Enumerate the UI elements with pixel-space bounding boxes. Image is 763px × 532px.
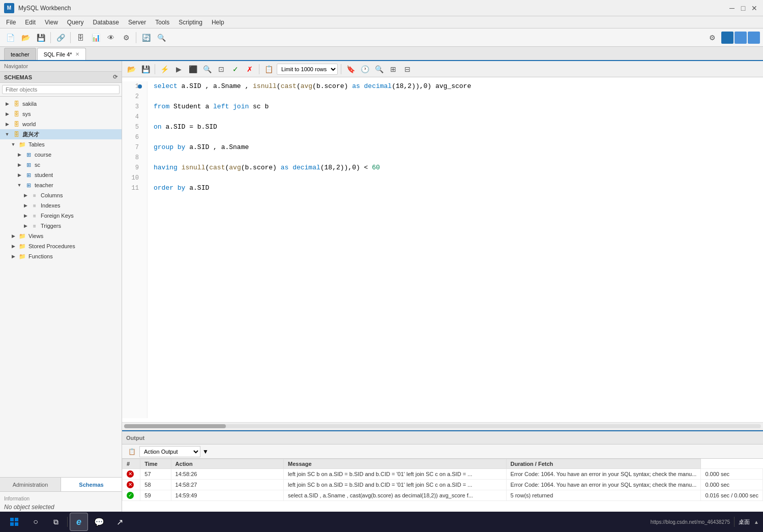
tree-item-stored-procedures[interactable]: ▶ 📁 Stored Procedures (0, 241, 122, 251)
filter-input[interactable] (2, 85, 120, 94)
create-routine-button[interactable]: ⚙ (119, 31, 133, 45)
tree-item-foreign-keys[interactable]: ▶ ≡ Foreign Keys (0, 211, 122, 221)
create-schema-button[interactable]: 🗄 (73, 31, 87, 45)
format-btn[interactable]: ⊞ (387, 63, 399, 75)
menu-view[interactable]: View (41, 18, 62, 27)
bookmark-btn[interactable]: 🔖 (344, 63, 357, 75)
taskbar-edge-button[interactable]: e (70, 513, 88, 531)
search-button[interactable]: 🔍 (154, 31, 168, 45)
minimize-button[interactable]: ─ (727, 4, 737, 13)
menu-help[interactable]: Help (208, 18, 228, 27)
history-btn[interactable]: 🕐 (359, 63, 371, 75)
tree-item-student[interactable]: ▶ ⊞ student (0, 170, 122, 180)
tree-item-columns[interactable]: ▶ ≡ Columns (0, 190, 122, 200)
output-copy-btn[interactable]: 📋 (126, 446, 137, 457)
expand-icon[interactable]: ▼ (4, 131, 10, 137)
refresh-icon[interactable]: ⟳ (113, 74, 118, 80)
explain-btn[interactable]: 🔍 (201, 63, 213, 75)
limit-rows-select[interactable]: Limit to 1000 rows Limit to 10 rows Limi… (277, 64, 338, 75)
stop-btn[interactable]: ⬛ (187, 63, 199, 75)
schemas-header: SCHEMAS ⟳ (0, 72, 122, 83)
menu-database[interactable]: Database (89, 18, 123, 27)
menu-query[interactable]: Query (63, 18, 88, 27)
admin-tab-label: Administration (13, 482, 48, 488)
code-content[interactable]: select a.SID , a.Sname , isnull(cast(avg… (148, 81, 763, 418)
expand-icon[interactable]: ▶ (4, 111, 10, 117)
toggle-btn[interactable]: ⊡ (215, 63, 227, 75)
code-editor[interactable]: 1 2 3 4 5 6 7 8 9 10 11 select a.SID , a… (122, 77, 763, 422)
tree-item-course[interactable]: ▶ ⊞ course (0, 150, 122, 160)
tree-item-indexes[interactable]: ▶ ≡ Indexes (0, 200, 122, 211)
taskbar-wechat-button[interactable]: 💬 (90, 513, 108, 531)
tab-teacher[interactable]: teacher (4, 48, 36, 60)
tree-item-sakila[interactable]: ▶ 🗄 sakila (0, 99, 122, 109)
menu-scripting[interactable]: Scripting (174, 18, 207, 27)
menu-server[interactable]: Server (124, 18, 150, 27)
tree-item-teacher[interactable]: ▼ ⊞ teacher (0, 180, 122, 190)
wechat-icon: 💬 (94, 517, 104, 527)
expand-icon[interactable]: ▼ (16, 182, 22, 188)
new-sql-button[interactable]: 📄 (3, 31, 17, 45)
expand-icon[interactable]: ▶ (10, 233, 16, 239)
tree-item-lixingcai[interactable]: ▼ 🗄 庞兴才 (0, 129, 122, 139)
layout-btn-2[interactable] (735, 32, 747, 44)
run-current-btn[interactable]: ▶ (172, 63, 185, 75)
save-sql-button[interactable]: 💾 (34, 31, 48, 45)
tab-sql-file[interactable]: SQL File 4* ✕ (37, 48, 86, 60)
expand-icon[interactable]: ▶ (22, 202, 28, 209)
code-line-3: from Student a left join sc b (154, 102, 757, 112)
tree-item-tables[interactable]: ▼ 📁 Tables (0, 139, 122, 150)
dropdown-icon[interactable]: ▼ (202, 448, 209, 455)
menu-file[interactable]: File (2, 18, 20, 27)
sidebar-tab-administration[interactable]: Administration (0, 478, 61, 491)
tree-item-triggers[interactable]: ▶ ≡ Triggers (0, 221, 122, 231)
open-sql-button[interactable]: 📂 (18, 31, 33, 45)
menu-edit[interactable]: Edit (21, 18, 40, 27)
sidebar-tab-schemas[interactable]: Schemas (61, 478, 122, 491)
tree-item-sc[interactable]: ▶ ⊞ sc (0, 160, 122, 170)
format2-btn[interactable]: ⊟ (401, 63, 414, 75)
output-row-2: ✕ 58 14:58:27 left join SC b on a.SID = … (123, 480, 763, 490)
run-btn[interactable]: ⚡ (158, 63, 170, 75)
expand-icon[interactable]: ▶ (22, 192, 28, 198)
expand-icon[interactable]: ▶ (16, 162, 22, 168)
close-button[interactable]: ✕ (750, 4, 759, 13)
layout-btn-1[interactable] (721, 32, 733, 44)
find-btn[interactable]: 🔍 (373, 63, 385, 75)
windows-start-button[interactable] (4, 514, 24, 530)
settings-button[interactable]: ⚙ (705, 31, 719, 45)
save-file-btn[interactable]: 💾 (139, 63, 152, 75)
commit-btn[interactable]: ✓ (229, 63, 242, 75)
layout-btn-3[interactable] (748, 32, 760, 44)
expand-icon[interactable]: ▶ (22, 223, 28, 229)
tree-label-views: Views (28, 233, 43, 239)
maximize-button[interactable]: □ (739, 4, 748, 13)
toggle-output-btn[interactable]: 📋 (262, 63, 275, 75)
expand-icon[interactable]: ▶ (10, 243, 16, 249)
create-table-button[interactable]: 📊 (89, 31, 103, 45)
menu-tools[interactable]: Tools (151, 18, 173, 27)
tree-item-world[interactable]: ▶ 🗄 world (0, 119, 122, 129)
taskbar-taskview-button[interactable]: ⧉ (47, 513, 65, 531)
action-output-select[interactable]: Action Output (139, 446, 200, 457)
expand-icon[interactable]: ▶ (22, 213, 28, 219)
reconnect-button[interactable]: 🔄 (139, 31, 153, 45)
rollback-btn[interactable]: ✗ (244, 63, 256, 75)
expand-icon[interactable]: ▶ (16, 172, 22, 178)
tree-item-functions[interactable]: ▶ 📁 Functions (0, 251, 122, 261)
tree-item-views[interactable]: ▶ 📁 Views (0, 231, 122, 241)
tab-close-icon[interactable]: ✕ (75, 51, 79, 57)
create-view-button[interactable]: 👁 (104, 31, 118, 45)
taskbar-search-button[interactable]: ○ (26, 513, 45, 531)
expand-icon[interactable]: ▶ (4, 101, 10, 107)
expand-icon[interactable]: ▶ (10, 253, 16, 259)
taskbar-cursor-button[interactable]: ↗ (110, 513, 129, 531)
expand-icon[interactable]: ▼ (10, 141, 16, 147)
open-file-btn[interactable]: 📂 (125, 63, 137, 75)
expand-icon[interactable]: ▶ (16, 152, 22, 158)
taskbar-tray-icon[interactable]: ▲ (754, 519, 759, 525)
tree-item-sys[interactable]: ▶ 🗄 sys (0, 109, 122, 119)
horizontal-scrollbar[interactable] (122, 422, 763, 430)
expand-icon[interactable]: ▶ (4, 121, 10, 127)
manage-connections-button[interactable]: 🔗 (53, 31, 68, 45)
